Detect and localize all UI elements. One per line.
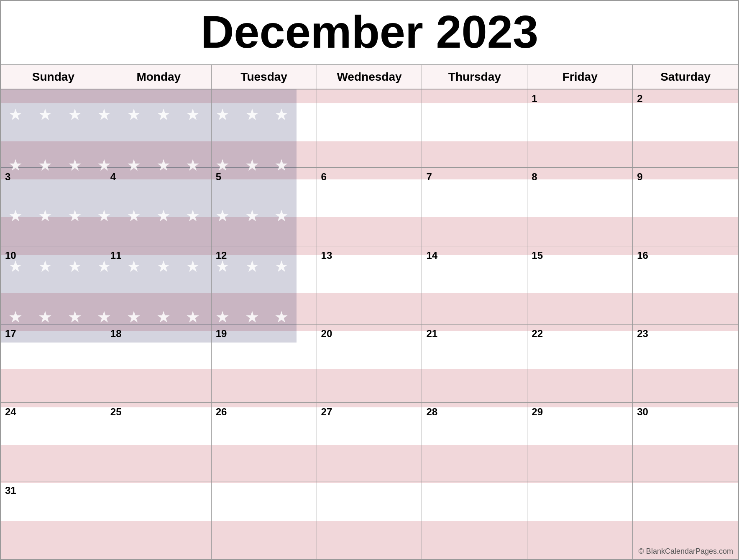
day-number: 4 [110,171,116,182]
header-tuesday: Tuesday [212,65,317,89]
day-number: 3 [5,171,10,182]
day-cell-empty [1,89,106,167]
day-cell-empty [527,481,633,559]
day-cell-5: 5 [212,168,317,245]
day-number: 27 [321,406,332,417]
day-cell-31: 31 [1,481,106,559]
day-cell-26: 26 [212,403,317,481]
day-number: 7 [426,171,432,182]
day-cell-19: 19 [212,325,317,402]
day-number: 11 [110,250,122,261]
day-cell-21: 21 [422,325,527,402]
day-number: 5 [216,171,221,182]
day-headers: Sunday Monday Tuesday Wednesday Thursday… [1,65,738,89]
day-cell-13: 13 [317,246,422,324]
day-cell-6: 6 [317,168,422,245]
day-cell-empty [106,481,212,559]
day-number: 24 [5,406,16,417]
header-wednesday: Wednesday [317,65,422,89]
day-cell-empty [212,481,317,559]
day-number: 8 [532,171,537,182]
day-number: 25 [110,406,122,417]
day-cell-29: 29 [527,403,633,481]
day-cell-17: 17 [1,325,106,402]
day-number: 20 [321,328,332,339]
day-cell-empty [317,89,422,167]
day-number: 18 [110,328,122,339]
day-cell-8: 8 [527,168,633,245]
calendar-grid: Sunday Monday Tuesday Wednesday Thursday… [1,65,738,559]
day-number: 13 [321,250,332,261]
day-cell-27: 27 [317,403,422,481]
day-number: 2 [637,93,642,104]
header-thursday: Thursday [422,65,527,89]
day-number: 6 [321,171,327,182]
watermark: © BlankCalendarPages.com [639,547,733,556]
day-number: 1 [532,93,537,104]
day-number: 23 [637,328,648,339]
week-row-5: 24 25 26 27 28 29 30 [1,403,738,481]
header-sunday: Sunday [1,65,106,89]
day-number: 31 [5,485,16,496]
day-cell-28: 28 [422,403,527,481]
header-saturday: Saturday [633,65,738,89]
day-cell-7: 7 [422,168,527,245]
header-friday: Friday [527,65,633,89]
week-row-1: 1 2 [1,89,738,168]
day-number: 17 [5,328,16,339]
week-row-4: 17 18 19 20 21 22 23 [1,325,738,403]
day-number: 21 [426,328,437,339]
day-cell-15: 15 [527,246,633,324]
day-number: 26 [216,406,227,417]
day-number: 28 [426,406,437,417]
day-number: 29 [532,406,543,417]
day-cell-empty [212,89,317,167]
day-cell-14: 14 [422,246,527,324]
day-number: 30 [637,406,648,417]
day-cell-23: 23 [633,325,738,402]
week-row-3: 10 11 12 13 14 15 16 [1,246,738,325]
week-row-2: 3 4 5 6 7 8 9 [1,168,738,246]
week-row-6: 31 [1,481,738,559]
day-cell-4: 4 [106,168,212,245]
weeks-wrapper: ★ ★ ★ ★ ★ ★ ★ ★ ★ ★ ★ ★ ★ ★ ★ ★ ★ ★ ★ ★ [1,89,738,559]
day-cell-3: 3 [1,168,106,245]
day-cell-1: 1 [527,89,633,167]
day-cell-20: 20 [317,325,422,402]
day-cell-empty [317,481,422,559]
day-number: 15 [532,250,543,261]
day-cell-11: 11 [106,246,212,324]
day-cell-empty [422,481,527,559]
day-cell-22: 22 [527,325,633,402]
day-number: 9 [637,171,642,182]
day-cell-12: 12 [212,246,317,324]
day-cell-2: 2 [633,89,738,167]
header-monday: Monday [106,65,212,89]
day-cell-10: 10 [1,246,106,324]
day-cell-16: 16 [633,246,738,324]
day-cell-25: 25 [106,403,212,481]
day-cell-empty [106,89,212,167]
day-number: 12 [216,250,227,261]
day-cell-30: 30 [633,403,738,481]
day-number: 16 [637,250,648,261]
day-cell-empty [422,89,527,167]
day-number: 22 [532,328,543,339]
day-number: 10 [5,250,16,261]
day-number: 14 [426,250,437,261]
calendar-title: December 2023 [1,1,738,65]
day-cell-18: 18 [106,325,212,402]
calendar-container: December 2023 Sunday [0,0,739,560]
day-cell-9: 9 [633,168,738,245]
day-number: 19 [216,328,227,339]
day-cell-24: 24 [1,403,106,481]
